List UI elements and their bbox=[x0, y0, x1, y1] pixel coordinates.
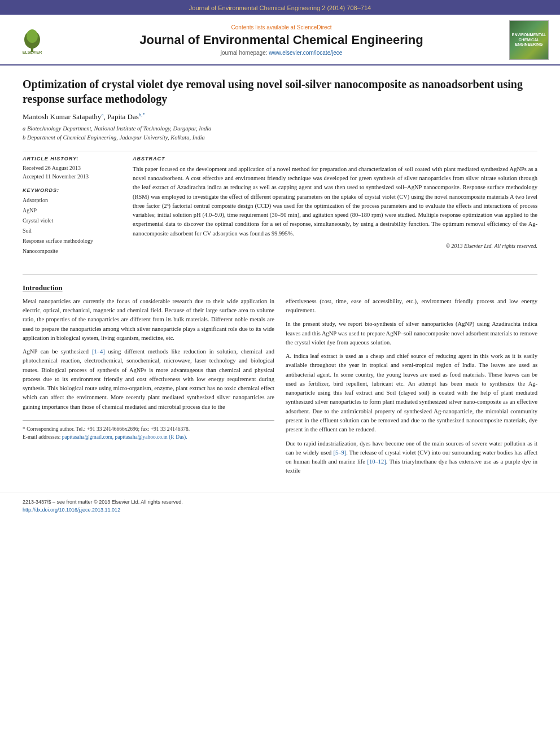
logo-text: ENVIRONMENTAL CHEMICAL ENGINEERING bbox=[511, 32, 548, 48]
authors-line: Mantosh Kumar Satapathya, Papita Dasb,* bbox=[23, 112, 537, 121]
article-content: Optimization of crystal violet dye remov… bbox=[0, 65, 560, 274]
journal-header: ELSEVIER Contents lists available at Sci… bbox=[0, 15, 560, 65]
col2-para3: A. indica leaf extract is used as a chea… bbox=[286, 352, 537, 434]
author2-name: Papita Das bbox=[107, 112, 139, 121]
article-history: Article history: Received 26 August 2013… bbox=[23, 156, 121, 181]
received-date: Received 26 August 2013 bbox=[23, 164, 121, 172]
abstract-text: This paper focused on the development an… bbox=[133, 165, 537, 238]
col2-para1: effectiveness (cost, time, ease of acces… bbox=[286, 297, 537, 316]
ref-5-9: [5–9] bbox=[333, 449, 346, 456]
footnote-email-address: papitasaha@gmail.com, papitasaha@yahoo.c… bbox=[62, 434, 187, 440]
info-abstract-columns: Article history: Received 26 August 2013… bbox=[23, 156, 537, 263]
article-info: Article history: Received 26 August 2013… bbox=[23, 156, 121, 263]
top-bar: Journal of Environmental Chemical Engine… bbox=[0, 0, 560, 15]
affiliation-a: a Biotechnology Department, National Ins… bbox=[23, 124, 537, 133]
keyword-4: Soil bbox=[23, 226, 121, 236]
affiliations: a Biotechnology Department, National Ins… bbox=[23, 124, 537, 142]
keyword-3: Crystal violet bbox=[23, 216, 121, 226]
ref-10-12: [10–12] bbox=[368, 458, 386, 465]
journal-homepage: journal homepage: www.elsevier.com/locat… bbox=[221, 50, 343, 56]
homepage-url[interactable]: www.elsevier.com/locate/jece bbox=[269, 50, 342, 56]
col2-para4: Due to rapid industrialization, dyes hav… bbox=[286, 439, 537, 476]
col2-para2: In the present study, we report bio-synt… bbox=[286, 320, 537, 347]
bottom-bar: 2213-3437/$ – see front matter © 2013 El… bbox=[0, 492, 560, 519]
footnote-email: E-mail addresses: papitasaha@gmail.com, … bbox=[23, 433, 274, 441]
homepage-label: journal homepage: bbox=[221, 50, 268, 56]
svg-text:ELSEVIER: ELSEVIER bbox=[23, 50, 42, 54]
body-columns: Metal nanoparticles are currently the fo… bbox=[23, 297, 537, 480]
keywords-section: Keywords: Adsorption AgNP Crystal violet… bbox=[23, 187, 121, 256]
body-col-left: Metal nanoparticles are currently the fo… bbox=[23, 297, 274, 480]
abstract-section: Abstract This paper focused on the devel… bbox=[133, 156, 537, 263]
ref-1-4: [1–4] bbox=[92, 348, 105, 355]
intro-para2: AgNP can be synthesized [1–4] using diff… bbox=[23, 347, 274, 412]
article-title: Optimization of crystal violet dye remov… bbox=[23, 77, 537, 106]
page: Journal of Environmental Chemical Engine… bbox=[0, 0, 560, 747]
author2-sup: b,* bbox=[139, 112, 145, 117]
journal-volume-link[interactable]: Journal of Environmental Chemical Engine… bbox=[189, 5, 371, 11]
keyword-6: Nanocomposite bbox=[23, 246, 121, 256]
journal-header-center: Contents lists available at ScienceDirec… bbox=[54, 24, 509, 56]
body-col-right: effectiveness (cost, time, ease of acces… bbox=[286, 297, 537, 480]
doi-link[interactable]: http://dx.doi.org/10.1016/j.jece.2013.11… bbox=[23, 507, 120, 513]
abstract-label: Abstract bbox=[133, 156, 537, 161]
author1-name: Mantosh Kumar Satapathy bbox=[23, 112, 101, 121]
intro-heading: Introduction bbox=[23, 283, 537, 292]
svg-point-3 bbox=[27, 29, 38, 43]
journal-title: Journal of Environmental Chemical Engine… bbox=[139, 33, 423, 47]
author1-sup: a bbox=[101, 112, 103, 117]
keyword-5: Response surface methodology bbox=[23, 236, 121, 246]
accepted-date: Accepted 11 November 2013 bbox=[23, 172, 121, 181]
body-content: Introduction Metal nanoparticles are cur… bbox=[0, 275, 560, 492]
sciencedirect-text: Contents lists available at ScienceDirec… bbox=[231, 24, 332, 30]
history-label: Article history: bbox=[23, 156, 121, 161]
keywords-list: Adsorption AgNP Crystal violet Soil Resp… bbox=[23, 195, 121, 256]
intro-para1: Metal nanoparticles are currently the fo… bbox=[23, 297, 274, 343]
elsevier-logo: ELSEVIER bbox=[11, 24, 54, 57]
doi-line: http://dx.doi.org/10.1016/j.jece.2013.11… bbox=[23, 506, 183, 514]
bottom-left: 2213-3437/$ – see front matter © 2013 El… bbox=[23, 498, 183, 514]
keyword-1: Adsorption bbox=[23, 195, 121, 206]
issn-line: 2213-3437/$ – see front matter © 2013 El… bbox=[23, 498, 183, 506]
affiliation-b: b Department of Chemical Engineering, Ja… bbox=[23, 133, 537, 142]
divider-1 bbox=[23, 151, 537, 151]
footnote-corresponding: * Corresponding author. Tel.: +91 33 241… bbox=[23, 425, 274, 433]
journal-logo: ENVIRONMENTAL CHEMICAL ENGINEERING bbox=[509, 20, 549, 60]
keyword-2: AgNP bbox=[23, 206, 121, 216]
keywords-label: Keywords: bbox=[23, 187, 121, 193]
copyright: © 2013 Elsevier Ltd. All rights reserved… bbox=[133, 243, 537, 249]
footnote-section: * Corresponding author. Tel.: +91 33 241… bbox=[23, 420, 274, 442]
